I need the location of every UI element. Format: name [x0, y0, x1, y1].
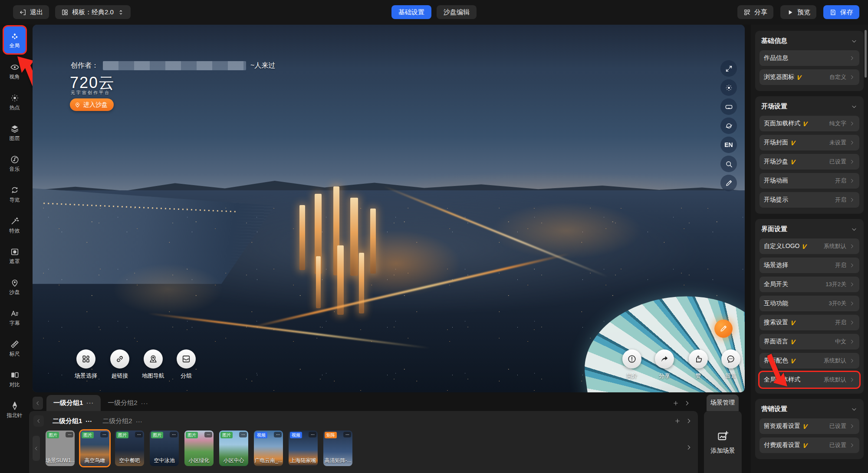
viewer-tool-vr-icon[interactable] [720, 98, 737, 115]
group-level2-add-button[interactable] [672, 415, 683, 427]
scenes-scroll-right-button[interactable] [683, 442, 694, 453]
setting-row-开场沙盘[interactable]: 开场沙盘V已设置 [760, 154, 859, 170]
setting-row-留资观看设置[interactable]: 留资观看设置V已设置 [760, 418, 859, 434]
sidebar-item-特效[interactable]: 特效 [0, 209, 29, 240]
share-button[interactable]: 分享 [737, 5, 773, 19]
viewer-action-分组: 分组 [170, 349, 203, 380]
scene-more-button[interactable] [135, 432, 143, 437]
viewer-action-button-场景选择[interactable] [76, 349, 95, 369]
sidebar-item-指北针[interactable]: 指北针 [0, 394, 29, 425]
sidebar-item-遮罩[interactable]: 遮罩 [0, 240, 29, 271]
sidebar-item-对比[interactable]: 对比 [0, 363, 29, 394]
viewer-tool-search-icon[interactable] [720, 156, 737, 172]
enter-sandbox-button[interactable]: 进入沙盘 [70, 98, 114, 111]
scene-type-badge: 图片 [47, 432, 59, 438]
scene-more-button[interactable] [274, 432, 282, 437]
group-tab-more-button[interactable]: ··· [141, 400, 148, 407]
save-label: 保存 [840, 8, 853, 16]
setting-row-场景选择[interactable]: 场景选择开启 [760, 258, 859, 273]
group2-tab-二级分组1[interactable]: 二级分组1··· [47, 417, 97, 425]
preview-button[interactable]: 预览 [780, 5, 816, 19]
viewer-action-button-分组[interactable] [177, 349, 196, 369]
viewer-action-button-留言[interactable] [721, 349, 740, 369]
scene-thumbnail-小区绿化[interactable]: 图片小区绿化 [184, 431, 214, 466]
group-level1-add-button[interactable] [670, 398, 681, 409]
scene-more-button[interactable] [309, 432, 316, 437]
group-level2-prev-button[interactable] [33, 415, 44, 427]
sidebar-item-标尺[interactable]: 标尺 [0, 333, 29, 363]
scene-more-button[interactable] [66, 432, 73, 437]
scene-thumbnail-空中餐吧[interactable]: 图片空中餐吧 [115, 431, 144, 466]
setting-row-全局开关[interactable]: 全局开关13开2关 [760, 277, 859, 292]
viewer-tool-fullscreen-icon[interactable] [720, 60, 737, 77]
scene-more-button[interactable] [100, 432, 108, 437]
group1-tab-一级分组1[interactable]: 一级分组1··· [46, 395, 101, 411]
sidebar-item-视角[interactable]: 视角 [0, 55, 29, 86]
panel-scrollbar[interactable] [865, 30, 867, 78]
group1-tab-一级分组2[interactable]: 一级分组2··· [101, 395, 155, 411]
edit-fab-button[interactable] [714, 320, 733, 338]
group2-tab-二级分组2[interactable]: 二级分组2··· [97, 417, 147, 425]
setting-row-开场动画[interactable]: 开场动画开启 [760, 173, 859, 189]
sidebar-item-全局[interactable]: 全局 [4, 26, 26, 53]
scene-thumbnail-空中泳池[interactable]: 图片空中泳池 [150, 431, 179, 466]
scene-thumbnail-高清矩阵-...[interactable]: 矩阵高清矩阵-... [323, 431, 352, 466]
mode-tab-1[interactable]: 沙盘编辑 [437, 5, 477, 19]
sidebar-item-沙盘[interactable]: 沙盘 [0, 271, 29, 302]
panorama-viewer[interactable]: 创作者： ~人来过 720云 元宇宙创作平台 进入沙盘 EN 场景选择超链接地图… [33, 25, 745, 392]
group-level2-next-button[interactable] [683, 415, 694, 427]
mode-tab-0[interactable]: 基础设置 [391, 5, 431, 19]
viewer-action-button-超链接[interactable] [110, 349, 129, 369]
setting-row-界面语言[interactable]: 界面语言V中文 [760, 334, 859, 349]
section-header[interactable]: 营销设置 [760, 404, 859, 418]
sidebar-item-图层[interactable]: 图层 [0, 117, 29, 148]
setting-row-浏览器图标[interactable]: 浏览器图标V自定义 [760, 69, 859, 85]
viewer-tool-browser-icon[interactable] [720, 117, 737, 134]
viewer-action-button-简介[interactable] [622, 349, 641, 369]
viewer-tool-gyro-icon[interactable] [720, 79, 737, 96]
setting-row-互动功能[interactable]: 互动功能3开0关 [760, 296, 859, 311]
add-scene-button[interactable]: 添加场景 [704, 411, 742, 473]
sidebar-item-音乐[interactable]: 音乐 [0, 148, 29, 179]
save-button[interactable]: 保存 [823, 5, 859, 19]
group-tab-label: 二级分组2 [102, 417, 132, 425]
section-header[interactable]: 开场设置 [760, 101, 859, 116]
viewer-action-button-赞[interactable] [689, 349, 708, 369]
setting-row-开场提示[interactable]: 开场提示开启 [760, 192, 859, 208]
scene-thumbnail-场景SUW1...[interactable]: 图片场景SUW1... [46, 431, 75, 466]
setting-row-页面加载样式[interactable]: 页面加载样式V纯文字 [760, 116, 859, 131]
scene-type-badge: 图片 [220, 432, 233, 438]
setting-row-开场封面[interactable]: 开场封面V未设置 [760, 135, 859, 150]
setting-row-自定义LOGO[interactable]: 自定义LOGOV系统默认 [760, 238, 859, 254]
group-tab-more-button[interactable]: ··· [86, 400, 94, 407]
scene-name: 高清矩阵-... [323, 457, 352, 464]
group-tab-more-button[interactable]: ··· [136, 418, 142, 425]
setting-row-付费观看设置[interactable]: 付费观看设置V已设置 [760, 437, 859, 453]
viewer-tool-pencil-icon[interactable] [720, 175, 737, 191]
scene-thumbnail-高空鸟瞰[interactable]: 图片高空鸟瞰 [80, 431, 109, 466]
section-header[interactable]: 界面设置 [760, 224, 859, 238]
scene-thumbnail-上海陆家嘴[interactable]: 视频上海陆家嘴 [289, 431, 318, 466]
scene-manage-tab[interactable]: 场景管理 [707, 395, 739, 411]
section-header[interactable]: 基础信息 [760, 36, 859, 50]
scene-more-button[interactable] [239, 432, 247, 437]
viewer-action-button-地图导航[interactable] [144, 349, 163, 369]
setting-row-作品信息[interactable]: 作品信息 [760, 50, 859, 66]
scene-more-button[interactable] [204, 432, 212, 437]
setting-row-界面配色[interactable]: 界面配色V系统默认 [760, 353, 859, 369]
group-tab-more-button[interactable]: ··· [85, 418, 92, 425]
sidebar-item-热点[interactable]: 热点 [0, 86, 29, 117]
group-level1-next-button[interactable] [681, 398, 693, 409]
scene-thumbnail-小区中心[interactable]: 图片小区中心 [219, 431, 248, 466]
viewer-action-button-分享[interactable] [655, 349, 674, 369]
group-level1-prev-button[interactable] [33, 397, 43, 410]
sidebar-item-导览[interactable]: 导览 [0, 179, 29, 209]
setting-row-搜索设置[interactable]: 搜索设置V开启 [760, 315, 859, 330]
scenes-scroll-left-button[interactable] [33, 436, 40, 461]
viewer-tool-language[interactable]: EN [720, 137, 737, 153]
scene-more-button[interactable] [170, 432, 178, 437]
sidebar-item-字幕[interactable]: 字幕 [0, 302, 29, 333]
scene-thumbnail-广电云南_...[interactable]: 视频广电云南_... [254, 431, 283, 466]
scene-more-button[interactable] [343, 432, 351, 437]
setting-row-全局字体样式[interactable]: 全局字体样式系统默认 [760, 372, 859, 388]
